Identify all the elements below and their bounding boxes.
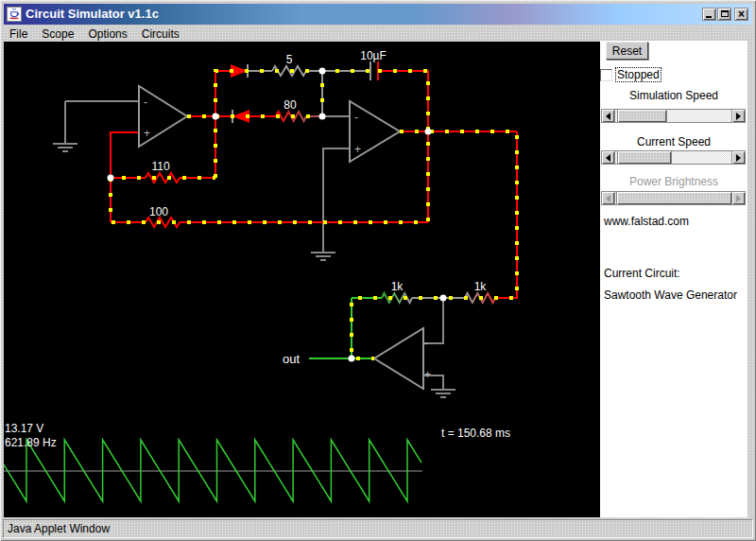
wire-cap-down[interactable] (378, 71, 428, 222)
side-panel: Reset Stopped Simulation Speed Current S… (600, 41, 747, 517)
power-brightness-slider (601, 191, 746, 205)
sim-speed-right-arrow[interactable] (731, 109, 746, 123)
left-arrow-icon (606, 195, 610, 202)
simulation-speed-label: Simulation Speed (600, 89, 747, 102)
label-r1k-b: 1k (474, 280, 488, 293)
scope-voltage: 13.17 V (5, 422, 43, 435)
current-speed-slider (601, 150, 746, 165)
opamp1-plus-label: + (144, 127, 150, 140)
maximize-button[interactable] (717, 8, 731, 21)
label-cap: 10µF (360, 49, 387, 62)
applet-window: Circuit Simulator v1.1c × File Scope Opt… (0, 0, 756, 541)
wire-opamp2-plus-to-gnd[interactable] (323, 148, 350, 252)
close-button[interactable]: × (734, 8, 748, 21)
wire-opamp1-plus-input[interactable] (111, 132, 138, 178)
menu-circuits[interactable]: Circuits (142, 27, 180, 41)
right-arrow-icon (736, 154, 741, 162)
reset-button[interactable]: Reset (606, 42, 648, 60)
status-bar: Java Applet Window (3, 519, 753, 538)
minimize-button[interactable] (702, 8, 716, 21)
sim-speed-thumb[interactable] (617, 109, 667, 123)
current-speed-label: Current Speed (600, 135, 747, 148)
label-r100: 100 (149, 205, 168, 218)
power-thumb[interactable] (616, 191, 732, 205)
stopped-label[interactable]: Stopped (616, 68, 661, 81)
menu-file[interactable]: File (9, 27, 27, 41)
right-arrow-icon (736, 195, 741, 202)
resistor-1k-a[interactable] (382, 293, 412, 303)
scope-frequency: 621.89 Hz (5, 436, 57, 449)
opamp3-minus-label: - (424, 337, 428, 350)
resistor-110[interactable] (146, 173, 180, 183)
current-speed-right-arrow[interactable] (731, 150, 746, 165)
title-bar[interactable]: Circuit Simulator v1.1c × (4, 4, 752, 25)
opamp2-minus-label: - (354, 111, 358, 124)
power-brightness-label: Power Brightness (600, 175, 747, 188)
label-r110: 110 (151, 160, 169, 173)
status-text: Java Applet Window (8, 522, 110, 535)
menu-scope[interactable]: Scope (42, 27, 74, 41)
current-speed-left-arrow[interactable] (601, 150, 615, 165)
opamp1-minus-label: - (144, 96, 147, 109)
power-left-arrow[interactable] (601, 191, 615, 205)
stopped-checkbox-row: Stopped (600, 68, 661, 81)
menu-bar: File Scope Options Circuits (4, 26, 752, 42)
stopped-checkbox[interactable] (600, 69, 612, 81)
left-arrow-icon (606, 113, 610, 120)
power-right-arrow[interactable] (731, 191, 746, 205)
website-link[interactable]: www.falstad.com (604, 215, 689, 228)
ground-symbol-1[interactable] (53, 144, 77, 151)
label-out: out (283, 352, 300, 366)
label-r1k-a: 1k (391, 280, 404, 293)
java-coffee-cup-icon (7, 7, 22, 22)
current-speed-thumb[interactable] (617, 150, 672, 165)
menu-options[interactable]: Options (88, 27, 127, 41)
opamp3-plus-label: + (424, 368, 431, 381)
opamp2-plus-label: + (354, 143, 361, 156)
left-arrow-icon (606, 154, 610, 162)
wire-down-to-r1kb[interactable] (495, 131, 517, 298)
window-title: Circuit Simulator v1.1c (26, 7, 159, 21)
current-dots (111, 71, 517, 358)
label-r5: 5 (286, 53, 293, 66)
ground-symbol-2[interactable] (311, 253, 335, 260)
circuit-name: Sawtooth Wave Generator (604, 288, 737, 302)
current-circuit-label: Current Circuit: (604, 267, 680, 280)
label-r80: 80 (284, 98, 297, 112)
sim-speed-left-arrow[interactable] (601, 109, 615, 123)
capacitor-10uF[interactable] (370, 61, 378, 80)
circuit-canvas[interactable]: - + - + - + (4, 42, 600, 517)
simulation-speed-slider (601, 109, 746, 123)
right-arrow-icon (736, 113, 741, 120)
scope-time: t = 150.68 ms (441, 427, 510, 440)
circuit-svg: - + - + - + (4, 42, 600, 517)
ground-symbol-3[interactable] (431, 390, 455, 397)
opamp-3[interactable] (374, 328, 423, 389)
